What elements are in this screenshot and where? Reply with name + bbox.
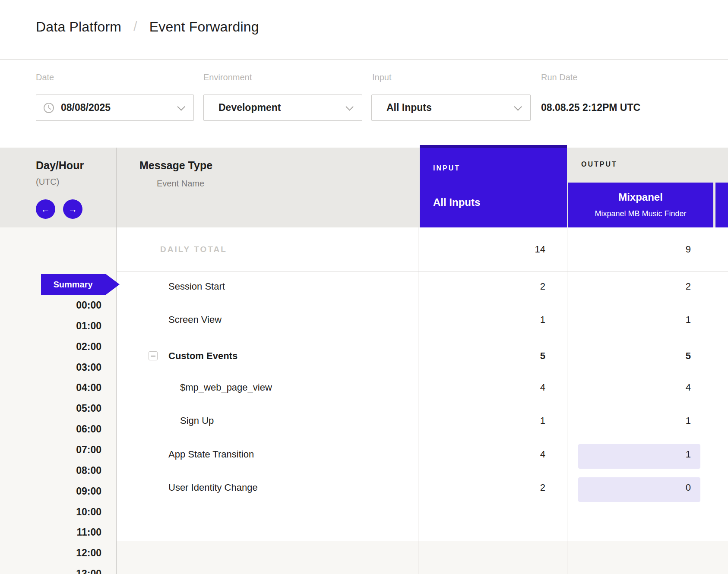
environment-label: Environment: [203, 73, 252, 82]
cell-output-value: 4: [583, 381, 691, 394]
collapse-toggle-icon[interactable]: [149, 351, 158, 360]
cell-output-value: 1: [583, 414, 691, 427]
output-column-header-cutoff: [715, 183, 728, 227]
cell-output-value: 5: [583, 350, 691, 363]
cell-input-value: 1: [437, 313, 545, 326]
cell-output-value: 1: [583, 448, 691, 461]
breadcrumb-separator: /: [133, 19, 137, 34]
output-group-label: OUTPUT: [581, 160, 617, 169]
breadcrumb: Data Platform / Event Forwarding: [36, 19, 259, 35]
daily-total-label: DAILY TOTAL: [160, 243, 227, 256]
column-divider: [567, 227, 567, 574]
chevron-down-icon: [345, 103, 353, 110]
row-label: Screen View: [168, 313, 222, 326]
output-column-title: Mixpanel: [568, 191, 713, 203]
page-title: Event Forwarding: [149, 19, 259, 35]
cell-output-value: 1: [583, 313, 691, 326]
column-divider: [418, 227, 418, 574]
environment-dropdown[interactable]: Development: [203, 95, 362, 121]
input-value: All Inputs: [386, 102, 432, 114]
input-label: Input: [372, 73, 391, 82]
row-label: Sign Up: [180, 414, 214, 427]
cell-input-value: 4: [437, 381, 545, 394]
output-column-header: Mixpanel Mixpanel MB Music Finder: [568, 183, 713, 227]
row-label: Session Start: [168, 280, 225, 293]
row-label: User Identity Change: [168, 481, 258, 494]
hour-item[interactable]: 08:00: [26, 464, 101, 476]
row-label: $mp_web_page_view: [180, 381, 272, 394]
hour-item[interactable]: 02:00: [26, 341, 101, 353]
hour-item[interactable]: 13:00: [26, 568, 101, 574]
top-bar: Data Platform / Event Forwarding: [0, 0, 728, 60]
row-label: App State Transition: [168, 448, 254, 461]
table-footer-area: [116, 541, 728, 574]
hour-item[interactable]: 07:00: [26, 444, 101, 456]
hour-item[interactable]: 03:00: [26, 361, 101, 373]
hour-item[interactable]: 11:00: [26, 526, 101, 538]
cell-output-value: 2: [583, 280, 691, 293]
hour-item[interactable]: 04:00: [26, 382, 101, 394]
input-column-title: All Inputs: [433, 196, 480, 208]
next-day-button[interactable]: →: [63, 199, 82, 219]
cell-output-value: 0: [583, 481, 691, 494]
hour-item[interactable]: 00:00: [26, 299, 101, 311]
row-label: Custom Events: [168, 350, 237, 363]
event-forwarding-page: Data Platform / Event Forwarding Date En…: [0, 0, 728, 574]
date-dropdown[interactable]: 08/08/2025: [36, 95, 194, 121]
message-type-header: Message Type: [139, 159, 212, 172]
clock-icon: [43, 102, 54, 114]
hour-item[interactable]: 06:00: [26, 423, 101, 435]
hour-item[interactable]: 12:00: [26, 547, 101, 559]
cell-input-value: 1: [437, 414, 545, 427]
hour-item[interactable]: 10:00: [26, 506, 101, 518]
day-hour-subheader: (UTC): [36, 176, 59, 187]
input-group-label: INPUT: [433, 164, 460, 173]
breadcrumb-section[interactable]: Data Platform: [36, 19, 121, 35]
input-dropdown[interactable]: All Inputs: [371, 95, 531, 121]
cell-input-value: 2: [437, 280, 545, 293]
chevron-down-icon: [177, 103, 185, 110]
hour-item[interactable]: 01:00: [26, 320, 101, 332]
run-date-label: Run Date: [541, 73, 578, 82]
daily-total-output-value: 9: [583, 243, 691, 256]
hour-item[interactable]: 09:00: [26, 485, 101, 497]
hour-item[interactable]: 05:00: [26, 402, 101, 414]
day-hour-header: Day/Hour: [36, 159, 84, 172]
summary-row-badge[interactable]: Summary: [41, 274, 120, 295]
run-date-value: 08.08.25 2:12PM UTC: [541, 101, 640, 114]
column-divider: [116, 148, 117, 574]
daily-total-input-value: 14: [437, 243, 545, 256]
environment-value: Development: [218, 102, 281, 114]
date-value: 08/08/2025: [61, 102, 111, 114]
cell-input-value: 5: [437, 350, 545, 363]
column-divider: [714, 227, 714, 574]
event-name-subheader: Event Name: [157, 178, 204, 189]
prev-day-button[interactable]: ←: [36, 199, 55, 219]
cell-input-value: 2: [437, 481, 545, 494]
daily-total-divider: [117, 271, 728, 271]
input-column-header: INPUT All Inputs: [420, 145, 567, 227]
chevron-down-icon: [514, 103, 522, 110]
date-label: Date: [36, 73, 54, 82]
output-column-subtitle: Mixpanel MB Music Finder: [568, 209, 713, 218]
cell-input-value: 4: [437, 448, 545, 461]
